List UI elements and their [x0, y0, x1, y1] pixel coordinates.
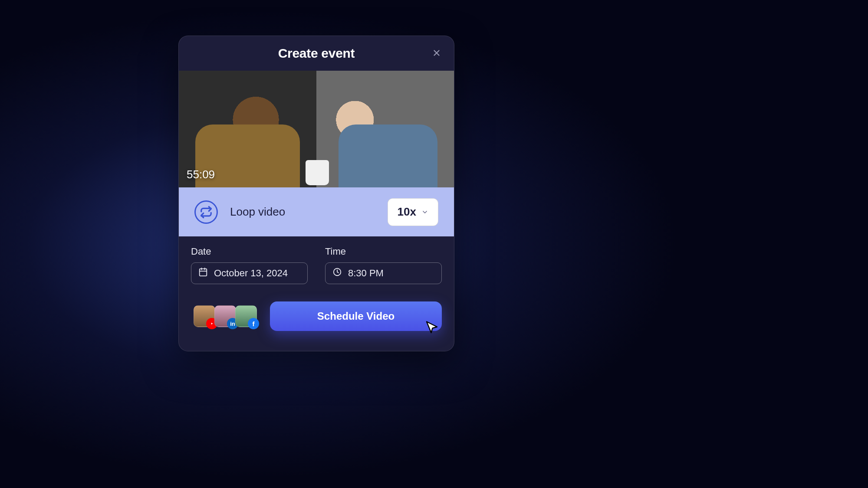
modal-footer: in f Schedule Video [179, 288, 454, 351]
avatar[interactable] [194, 305, 215, 327]
loop-video-row: Loop video 10x [179, 187, 454, 236]
loop-count-select[interactable]: 10x [388, 198, 438, 226]
loop-icon [194, 200, 218, 224]
clock-icon [332, 267, 342, 279]
date-label: Date [191, 246, 308, 257]
close-icon [432, 48, 441, 59]
time-label: Time [325, 246, 442, 257]
time-value: 8:30 PM [348, 268, 384, 279]
video-thumbnail[interactable]: 55:09 [179, 71, 454, 187]
avatar[interactable]: f [235, 305, 257, 327]
chevron-down-icon [421, 205, 428, 219]
datetime-row: Date October 13, 2024 Time 8:30 PM [179, 236, 454, 288]
loop-label: Loop video [230, 205, 375, 219]
loop-count-value: 10x [398, 205, 416, 219]
modal-title: Create event [278, 46, 355, 61]
date-field: Date October 13, 2024 [191, 246, 308, 284]
svg-rect-0 [200, 269, 207, 276]
create-event-modal: Create event 55:09 Loop video 10x [178, 36, 454, 351]
date-input[interactable]: October 13, 2024 [191, 262, 308, 284]
facebook-icon: f [248, 318, 259, 329]
date-value: October 13, 2024 [214, 268, 288, 279]
time-input[interactable]: 8:30 PM [325, 262, 442, 284]
platform-avatars: in f [191, 305, 257, 327]
modal-header: Create event [179, 36, 454, 71]
schedule-video-button[interactable]: Schedule Video [270, 301, 442, 331]
close-button[interactable] [429, 46, 444, 61]
video-duration: 55:09 [187, 168, 215, 181]
time-field: Time 8:30 PM [325, 246, 442, 284]
avatar[interactable]: in [214, 305, 236, 327]
calendar-icon [198, 267, 208, 279]
